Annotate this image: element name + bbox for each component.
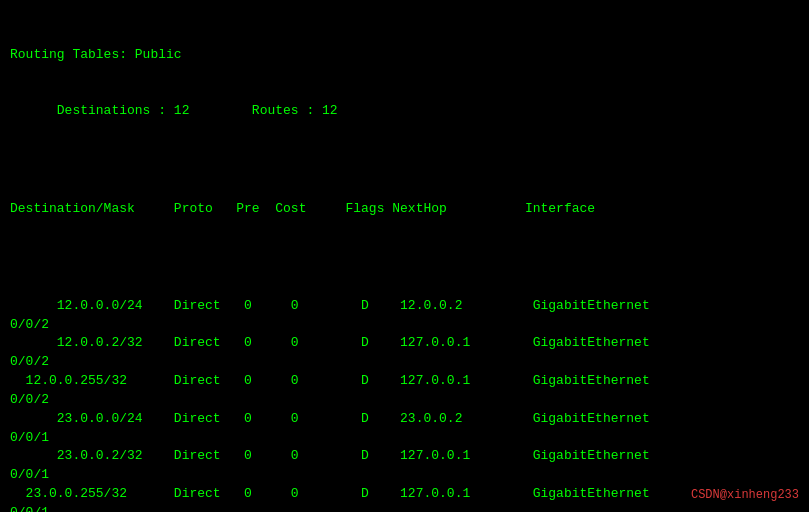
table-row: 23.0.0.255/32 Direct 0 0 D 127.0.0.1 Gig… [10, 485, 799, 504]
table-row-continued: 0/0/2 [10, 353, 799, 372]
table-row-continued: 0/0/1 [10, 504, 799, 512]
column-header: Destination/Mask Proto Pre Cost Flags Ne… [10, 200, 799, 219]
table-row-continued: 0/0/1 [10, 466, 799, 485]
watermark: CSDN@xinheng233 [691, 487, 799, 504]
table-row: 12.0.0.2/32 Direct 0 0 D 127.0.0.1 Gigab… [10, 334, 799, 353]
routing-table-body: 12.0.0.0/24 Direct 0 0 D 12.0.0.2 Gigabi… [10, 297, 799, 512]
table-row-continued: 0/0/2 [10, 391, 799, 410]
table-row-continued: 0/0/1 [10, 429, 799, 448]
table-row-continued: 0/0/2 [10, 316, 799, 335]
routing-table-summary: Destinations : 12 Routes : 12 [10, 102, 799, 121]
routing-table-title: Routing Tables: Public [10, 46, 799, 65]
terminal-output: Routing Tables: Public Destinations : 12… [10, 8, 799, 512]
table-row: 12.0.0.255/32 Direct 0 0 D 127.0.0.1 Gig… [10, 372, 799, 391]
table-row: 23.0.0.0/24 Direct 0 0 D 23.0.0.2 Gigabi… [10, 410, 799, 429]
table-row: 23.0.0.2/32 Direct 0 0 D 127.0.0.1 Gigab… [10, 447, 799, 466]
table-row: 12.0.0.0/24 Direct 0 0 D 12.0.0.2 Gigabi… [10, 297, 799, 316]
